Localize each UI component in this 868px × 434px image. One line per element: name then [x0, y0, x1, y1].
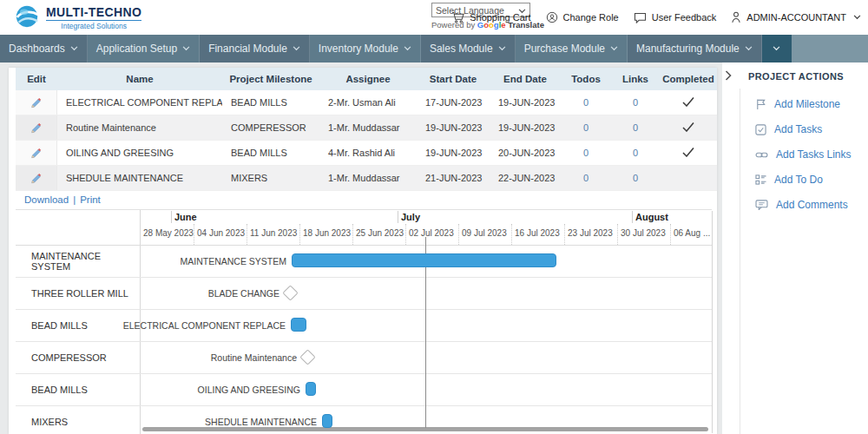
gantt-chart: JuneJulyAugust 28 May 202304 Jun 202311 … [16, 209, 712, 434]
user-icon [731, 11, 741, 23]
gantt-row: COMPERESSORRoutine Maintenance [16, 342, 712, 374]
week-label: 28 May 2023 [141, 224, 194, 245]
sidebar-collapse-button[interactable] [725, 70, 732, 81]
chevron-down-icon [293, 46, 300, 51]
sidebar-title: PROJECT ACTIONS [748, 71, 844, 82]
task-name: SHEDULE MAINTENANCE [57, 173, 222, 183]
edit-pencil-button[interactable] [30, 173, 42, 184]
gantt-task-label: BLADE CHANGE [208, 288, 279, 299]
flag-icon [755, 98, 766, 110]
gantt-task-bar[interactable] [322, 414, 332, 428]
end-date: 22-JUN-2023 [490, 173, 561, 183]
admin-accountant-button[interactable]: ADMIN-ACCOUNTANT [731, 11, 861, 23]
nav-item-label: Purchase Module [524, 43, 605, 55]
edit-pencil-button[interactable] [30, 122, 42, 134]
nav-more-button[interactable] [762, 35, 792, 62]
gantt-task-label: Routine Maintenance [211, 352, 297, 363]
download-link[interactable]: Download [24, 194, 69, 205]
task-name: OILING AND GREESING [57, 148, 222, 158]
table-row: OILING AND GREESINGBEAD MILLS4-Mr. Rashi… [16, 141, 717, 166]
gantt-body: MAINTENANCE SYSTEMMAINTENANCE SYSTEMTHRE… [16, 245, 712, 434]
week-label: 02 Jul 2023 [405, 224, 458, 245]
add-milestone-button[interactable]: Add Milestone [755, 95, 852, 113]
nav-item-manufacturing-module[interactable]: Manufacturing Module [628, 35, 762, 62]
links-separator: | [73, 194, 76, 205]
completed-check-icon [682, 97, 694, 108]
gantt-task-bar[interactable] [291, 318, 306, 332]
project-milestone: BEAD MILLS [222, 148, 319, 158]
gantt-row: BEAD MILLSELECTRICAL COMPONENT REPLACE [16, 310, 712, 342]
edit-cell [16, 141, 57, 165]
links-count-link[interactable]: 0 [611, 173, 660, 183]
week-label: 23 Jul 2023 [564, 224, 617, 245]
todos-count-link[interactable]: 0 [561, 173, 611, 183]
nav-item-label: Financial Module [208, 43, 287, 55]
assignee: 1-Mr. Muddassar [319, 173, 417, 183]
gantt-milestone-diamond[interactable] [282, 285, 298, 300]
completed-check-icon [682, 122, 694, 134]
nav-item-dashboards[interactable]: Dashboards [0, 35, 88, 62]
gantt-row-chart: MAINTENANCE SYSTEM [141, 246, 712, 277]
column-header-end-date: End Date [490, 74, 561, 84]
week-label: 04 Jun 2023 [194, 224, 247, 245]
chevron-down-icon [610, 46, 618, 51]
shopping-cart-button[interactable]: Shopping Cart [451, 11, 530, 23]
completed-cell [660, 122, 717, 134]
edit-pencil-button[interactable] [30, 97, 42, 108]
add-comments-button[interactable]: Add Comments [755, 196, 852, 214]
start-date: 21-JUN-2023 [417, 173, 490, 183]
completed-cell [660, 148, 717, 159]
todos-count-link[interactable]: 0 [561, 122, 611, 133]
column-header-project-milestone: Project Milestone [222, 74, 319, 84]
column-header-todos: Todos [561, 74, 611, 84]
edit-pencil-button[interactable] [30, 148, 42, 159]
nav-item-application-setup[interactable]: Application Setup [88, 35, 200, 62]
gantt-header-left [16, 210, 141, 245]
chevron-down-icon [745, 46, 753, 51]
table-row: Routine MaintenanceCOMPERESSOR1-Mr. Mudd… [16, 115, 717, 141]
assignee: 2-Mr. Usman Ali [319, 97, 417, 108]
links-icon [755, 150, 768, 160]
gantt-task-label: SHEDULE MAINTENANCE [205, 417, 317, 427]
chevron-down-icon [182, 46, 190, 51]
todos-count-link[interactable]: 0 [561, 148, 611, 158]
column-header-assignee: Assignee [319, 74, 417, 84]
gantt-task-bar[interactable] [306, 382, 316, 396]
nav-item-financial-module[interactable]: Financial Module [200, 35, 310, 62]
gantt-row: MAINTENANCE SYSTEMMAINTENANCE SYSTEM [16, 246, 712, 278]
add-tasks-links-button[interactable]: Add Tasks Links [755, 146, 852, 163]
todos-count-link[interactable]: 0 [561, 97, 611, 108]
table-row: ELECTRICAL COMPONENT REPLACEBEAD MILLS2-… [16, 90, 717, 115]
nav-filler [792, 35, 868, 62]
nav-item-label: Manufacturing Module [636, 43, 740, 55]
sidebar-divider [740, 89, 740, 434]
gantt-group-label: MAINTENANCE SYSTEM [16, 246, 141, 277]
links-count-link[interactable]: 0 [611, 97, 660, 108]
user-feedback-button[interactable]: User Feedback [634, 12, 717, 23]
change-role-label: Change Role [563, 12, 619, 23]
links-count-link[interactable]: 0 [611, 122, 660, 133]
column-header-name: Name [57, 74, 222, 84]
week-label: 25 Jun 2023 [352, 224, 405, 245]
nav-item-sales-module[interactable]: Sales Module [421, 35, 516, 62]
print-link[interactable]: Print [80, 194, 101, 205]
gantt-group-label: THREE ROLLER MILL [16, 278, 141, 309]
gantt-milestone-diamond[interactable] [299, 349, 315, 365]
gantt-task-bar[interactable] [292, 253, 556, 267]
project-actions-sidebar: PROJECT ACTIONS Add MilestoneAdd TasksAd… [722, 62, 868, 434]
chevron-down-icon [404, 46, 411, 51]
end-date: 20-JUN-2023 [490, 148, 561, 158]
links-count-link[interactable]: 0 [611, 148, 660, 158]
add-tasks-button[interactable]: Add Tasks [755, 121, 852, 138]
nav-item-purchase-module[interactable]: Purchase Module [516, 35, 628, 62]
top-header: MULTI-TECHNO Integrated Solutions Select… [0, 0, 868, 35]
change-role-button[interactable]: Change Role [546, 11, 619, 23]
edit-cell [16, 90, 57, 115]
gantt-group-label: COMPERESSOR [16, 342, 141, 373]
add-to-do-button[interactable]: Add To Do [755, 171, 852, 188]
tasks-icon [755, 124, 766, 135]
nav-item-inventory-module[interactable]: Inventory Module [310, 35, 421, 62]
gantt-row-chart: OILING AND GREESING [141, 374, 712, 405]
gantt-month-header: JuneJulyAugust [141, 210, 712, 224]
nav-item-label: Dashboards [9, 43, 65, 55]
